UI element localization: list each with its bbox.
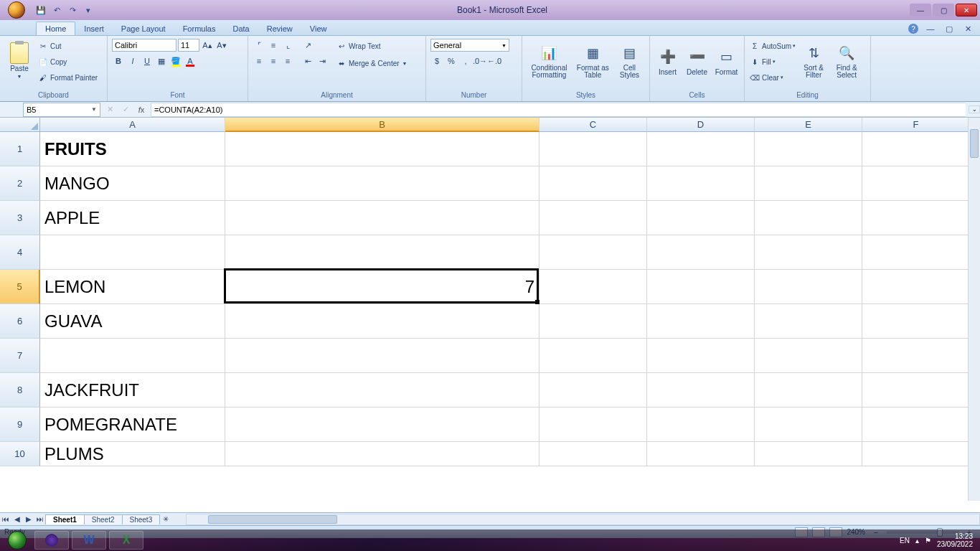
cut-button[interactable]: ✂Cut — [37, 39, 98, 53]
enter-formula-icon[interactable]: ✓ — [119, 103, 132, 116]
wrap-text-button[interactable]: ↩Wrap Text — [336, 39, 407, 53]
row-header-3[interactable]: 3 — [0, 201, 40, 235]
cell-C9[interactable] — [540, 408, 647, 442]
col-header-B[interactable]: B — [225, 118, 540, 132]
cell-A9[interactable]: POMEGRANATE — [40, 408, 225, 442]
font-size-input[interactable] — [178, 39, 199, 52]
cell-E6[interactable] — [755, 304, 862, 339]
cell-A6[interactable]: GUAVA — [40, 304, 225, 339]
cell-C2[interactable] — [540, 166, 647, 201]
cell-F1[interactable] — [862, 132, 970, 166]
help-icon[interactable]: ? — [908, 24, 918, 34]
cell-B1[interactable] — [225, 132, 540, 166]
tab-data[interactable]: Data — [224, 22, 258, 35]
task-excel[interactable]: X — [109, 531, 143, 550]
task-firefox[interactable] — [34, 531, 69, 550]
cell-F3[interactable] — [862, 201, 970, 235]
sheet-tab-sheet2[interactable]: Sheet2 — [84, 514, 123, 524]
currency-icon[interactable]: $ — [430, 55, 443, 67]
format-painter-button[interactable]: 🖌Format Painter — [37, 70, 98, 85]
tab-formulas[interactable]: Formulas — [174, 22, 225, 35]
cell-B10[interactable] — [225, 442, 540, 466]
name-box[interactable]: B5▼ — [23, 103, 100, 117]
tray-date[interactable]: 23/09/2022 — [937, 540, 973, 548]
cell-B2[interactable] — [225, 166, 540, 201]
tray-flag-icon[interactable]: ⚑ — [925, 537, 931, 545]
cell-E1[interactable] — [755, 132, 862, 166]
qat-customize-icon[interactable]: ▾ — [82, 4, 95, 17]
maximize-button[interactable]: ▢ — [933, 4, 954, 17]
cell-E8[interactable] — [755, 373, 862, 408]
cell-A4[interactable] — [40, 235, 225, 270]
cell-F10[interactable] — [862, 442, 970, 466]
align-bottom-icon[interactable]: ⌞ — [281, 39, 294, 52]
horizontal-scrollbar[interactable] — [186, 514, 980, 525]
cell-F4[interactable] — [862, 235, 970, 270]
cell-A10[interactable]: PLUMS — [40, 442, 225, 466]
minimize-ribbon-icon[interactable]: — — [924, 22, 937, 35]
format-as-table-button[interactable]: ▦Format as Table — [575, 37, 611, 85]
cell-C3[interactable] — [540, 201, 647, 235]
cell-D4[interactable] — [647, 235, 755, 270]
cell-B8[interactable] — [225, 373, 540, 408]
border-button[interactable]: ▦ — [155, 55, 168, 67]
autosum-button[interactable]: ΣAutoSum▾ — [749, 39, 796, 53]
col-header-A[interactable]: A — [40, 118, 225, 132]
sheet-nav-next-icon[interactable]: ▶ — [23, 514, 34, 525]
cell-C1[interactable] — [540, 132, 647, 166]
expand-formula-bar-icon[interactable]: ⌄ — [969, 105, 980, 113]
format-cells-button[interactable]: ▭Format — [713, 37, 740, 85]
decrease-indent-icon[interactable]: ⇤ — [301, 55, 314, 67]
select-all-button[interactable] — [0, 118, 40, 132]
cell-A5[interactable]: LEMON — [40, 270, 225, 304]
cell-A3[interactable]: APPLE — [40, 201, 225, 235]
cell-F2[interactable] — [862, 166, 970, 201]
tab-view[interactable]: View — [301, 22, 336, 35]
tray-show-hidden-icon[interactable]: ▴ — [915, 537, 919, 545]
row-header-5[interactable]: 5 — [0, 270, 40, 304]
cell-D3[interactable] — [647, 201, 755, 235]
undo-button[interactable]: ↶ — [50, 4, 63, 17]
align-center-icon[interactable]: ≡ — [267, 55, 280, 67]
row-header-10[interactable]: 10 — [0, 442, 40, 466]
cell-B7[interactable] — [225, 339, 540, 373]
cell-styles-button[interactable]: ▤Cell Styles — [614, 37, 645, 85]
office-button[interactable] — [1, 0, 32, 20]
start-button[interactable] — [3, 530, 32, 550]
copy-button[interactable]: 📄Copy — [37, 55, 98, 69]
cell-E7[interactable] — [755, 339, 862, 373]
cell-B9[interactable] — [225, 408, 540, 442]
tray-lang[interactable]: EN — [900, 537, 910, 545]
redo-button[interactable]: ↷ — [66, 4, 79, 17]
cell-D8[interactable] — [647, 373, 755, 408]
formula-input[interactable] — [151, 103, 966, 117]
cell-E10[interactable] — [755, 442, 862, 466]
cell-E3[interactable] — [755, 201, 862, 235]
cell-E4[interactable] — [755, 235, 862, 270]
save-button[interactable]: 💾 — [34, 4, 47, 17]
cell-C5[interactable] — [540, 270, 647, 304]
hscroll-thumb[interactable] — [208, 515, 337, 524]
decrease-font-icon[interactable]: A▾ — [215, 39, 228, 52]
font-name-input[interactable] — [112, 39, 176, 52]
col-header-D[interactable]: D — [647, 118, 755, 132]
cell-F7[interactable] — [862, 339, 970, 373]
decrease-decimal-icon[interactable]: ←.0 — [488, 55, 501, 67]
cell-F5[interactable] — [862, 270, 970, 304]
cell-A1[interactable]: FRUITS — [40, 132, 225, 166]
find-select-button[interactable]: 🔍Find & Select — [831, 37, 862, 85]
row-header-7[interactable]: 7 — [0, 339, 40, 373]
cancel-formula-icon[interactable]: ✕ — [103, 103, 116, 116]
orientation-icon[interactable]: ↗ — [301, 39, 314, 52]
row-header-2[interactable]: 2 — [0, 166, 40, 201]
cell-D2[interactable] — [647, 166, 755, 201]
task-word[interactable]: W — [72, 531, 106, 550]
number-format-select[interactable]: General▼ — [430, 39, 509, 52]
merge-center-button[interactable]: ⬌Merge & Center▼ — [336, 56, 407, 70]
sheet-tab-sheet1[interactable]: Sheet1 — [45, 514, 85, 524]
grid-body[interactable]: 1FRUITS2MANGO3APPLE45LEMON76GUAVA78JACKF… — [0, 132, 980, 514]
cell-F8[interactable] — [862, 373, 970, 408]
cell-C4[interactable] — [540, 235, 647, 270]
tab-home[interactable]: Home — [36, 22, 75, 35]
increase-font-icon[interactable]: A▴ — [201, 39, 214, 52]
